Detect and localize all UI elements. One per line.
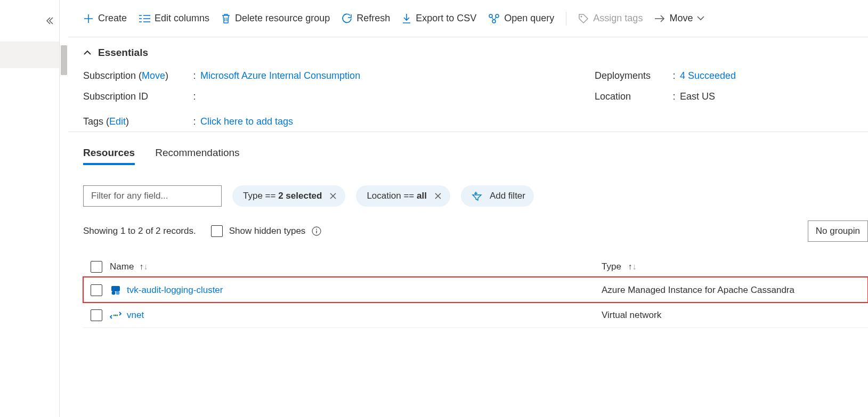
tags-edit-link[interactable]: Edit	[109, 116, 126, 127]
colon: :	[190, 91, 200, 102]
main-content: Create Edit columns Delete resource grou…	[68, 0, 868, 417]
assign-tags-button: Assign tags	[578, 13, 643, 24]
deployments-value[interactable]: 4 Succeeded	[680, 70, 736, 81]
grouping-label: No groupin	[816, 226, 860, 236]
svg-point-16	[113, 315, 115, 316]
pill-loc-value: all	[417, 191, 427, 201]
resource-name[interactable]: vnet	[127, 310, 144, 321]
left-nav-top	[0, 0, 59, 42]
move-button[interactable]: Move	[654, 13, 704, 24]
info-icon[interactable]	[312, 226, 321, 236]
show-hidden-checkbox[interactable]	[211, 225, 223, 237]
table-row[interactable]: vnet Virtual network	[83, 302, 868, 328]
add-filter-button[interactable]: Add filter	[461, 185, 534, 207]
resource-type: Azure Managed Instance for Apache Cassan…	[602, 285, 868, 296]
close-icon[interactable]	[329, 192, 337, 200]
create-button[interactable]: Create	[83, 13, 127, 24]
row-checkbox[interactable]	[91, 309, 102, 321]
delete-rg-label: Delete resource group	[235, 13, 330, 24]
meta-row: Showing 1 to 2 of 2 records. Show hidden…	[83, 220, 868, 242]
resources-table: Name ↑↓ Type ↑↓ tvk-audit-logging-cluste…	[83, 257, 868, 328]
filter-row: Type == 2 selected Location == all Add f…	[83, 185, 868, 207]
tags-label-close: )	[126, 116, 129, 127]
toolbar-divider	[566, 12, 566, 26]
pill-type-prefix: Type ==	[243, 191, 278, 201]
open-query-button[interactable]: Open query	[488, 13, 554, 24]
columns-icon	[139, 14, 150, 23]
move-label: Move	[669, 13, 693, 24]
essentials-toggle[interactable]: Essentials	[83, 47, 853, 59]
svg-point-17	[117, 315, 118, 316]
open-query-label: Open query	[504, 13, 554, 24]
create-label: Create	[98, 13, 127, 24]
filter-pill-type[interactable]: Type == 2 selected	[232, 185, 345, 207]
column-header-name[interactable]: Name ↑↓	[110, 261, 602, 272]
query-icon	[488, 13, 500, 24]
nav-scrollbar-thumb[interactable]	[61, 45, 67, 75]
row-checkbox[interactable]	[91, 284, 102, 296]
resource-name[interactable]: tvk-audit-logging-cluster	[127, 285, 223, 296]
tags-add-link[interactable]: Click here to add tags	[200, 116, 293, 127]
subscription-id-label: Subscription ID	[83, 91, 190, 102]
refresh-label: Refresh	[356, 13, 390, 24]
svg-point-18	[115, 315, 117, 316]
essentials-title: Essentials	[98, 47, 148, 59]
edit-columns-label: Edit columns	[155, 13, 209, 24]
download-icon	[402, 13, 411, 24]
subscription-label-close: )	[165, 70, 168, 81]
chevron-up-icon	[83, 50, 92, 56]
col-type-label: Type	[602, 261, 621, 272]
content-area: Resources Recommendations Type == 2 sele…	[68, 132, 868, 328]
location-value: East US	[680, 91, 715, 102]
show-hidden-label: Show hidden types	[229, 226, 306, 236]
subscription-value[interactable]: Microsoft Azure Internal Consumption	[200, 70, 360, 81]
left-nav-panel[interactable]	[0, 42, 59, 68]
col-name-label: Name	[110, 261, 134, 272]
nav-expand-icon[interactable]	[44, 16, 54, 26]
table-header: Name ↑↓ Type ↑↓	[83, 257, 868, 277]
svg-rect-12	[317, 231, 318, 233]
svg-point-15	[116, 291, 120, 295]
deployments-label: Deployments	[595, 70, 669, 81]
records-count: Showing 1 to 2 of 2 records.	[83, 226, 196, 236]
delete-rg-button[interactable]: Delete resource group	[221, 13, 330, 24]
tag-icon	[578, 13, 589, 24]
content-tabs: Resources Recommendations	[83, 147, 868, 165]
tab-recommendations[interactable]: Recommendations	[155, 147, 239, 165]
nav-scrollbar[interactable]	[60, 0, 68, 417]
edit-columns-button[interactable]: Edit columns	[139, 13, 209, 24]
table-row[interactable]: tvk-audit-logging-cluster Azure Managed …	[83, 277, 868, 302]
assign-tags-label: Assign tags	[593, 13, 643, 24]
subscription-move-link[interactable]: Move	[142, 70, 165, 81]
cassandra-icon	[110, 284, 121, 296]
close-icon[interactable]	[434, 192, 442, 200]
essentials-section: Essentials Subscription (Move) : Microso…	[68, 37, 868, 132]
filter-pill-location[interactable]: Location == all	[356, 185, 450, 207]
export-csv-label: Export to CSV	[416, 13, 476, 24]
sort-icon: ↑↓	[624, 262, 637, 272]
svg-point-11	[316, 229, 317, 230]
svg-point-9	[581, 15, 582, 17]
chevron-down-icon	[697, 16, 704, 21]
tab-resources[interactable]: Resources	[83, 147, 135, 165]
plus-icon	[83, 13, 94, 24]
trash-icon	[221, 13, 231, 24]
refresh-button[interactable]: Refresh	[342, 13, 390, 24]
subscription-label: Subscription (	[83, 70, 142, 81]
select-all-checkbox[interactable]	[91, 261, 102, 273]
grouping-dropdown[interactable]: No groupin	[808, 220, 868, 242]
refresh-icon	[342, 13, 352, 24]
left-nav-collapsed	[0, 0, 60, 417]
add-filter-label: Add filter	[490, 191, 525, 201]
column-header-type[interactable]: Type ↑↓	[602, 261, 868, 272]
resource-type: Virtual network	[602, 310, 868, 321]
vnet-icon	[110, 309, 121, 321]
colon: :	[190, 116, 200, 127]
tags-label-prefix: Tags (	[83, 116, 109, 127]
colon: :	[669, 70, 680, 81]
arrow-right-icon	[654, 15, 665, 22]
export-csv-button[interactable]: Export to CSV	[402, 13, 476, 24]
toolbar: Create Edit columns Delete resource grou…	[68, 0, 868, 37]
filter-input[interactable]	[83, 185, 222, 207]
colon: :	[669, 91, 680, 102]
